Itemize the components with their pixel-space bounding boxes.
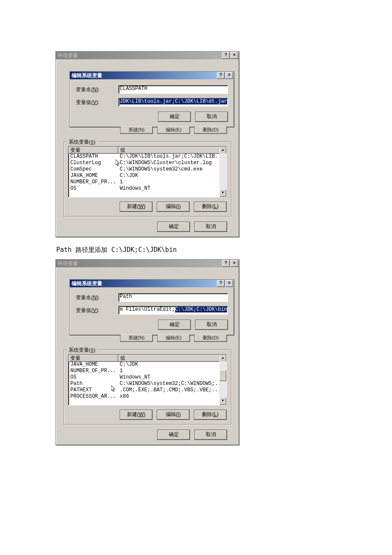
edit-sysvar-dialog: 编辑系统变量 ? × 变量名(N): Path <box>69 279 234 335</box>
close-button[interactable]: × <box>225 72 233 79</box>
inner-titlebar[interactable]: 编辑系统变量 ? × <box>70 280 234 287</box>
outer-titlebar[interactable]: 环境变量 ? × <box>56 260 239 267</box>
table-row[interactable]: JAVA_HOMEC:\JDK <box>69 361 219 368</box>
edit-uservar-button[interactable]: 编辑(E) <box>157 335 190 342</box>
user-var-buttons: 新建(N) 编辑(E) 删除(D) <box>61 335 227 342</box>
help-button[interactable]: ? <box>217 72 225 79</box>
ok-button[interactable]: 确定 <box>158 320 191 330</box>
edit-sysvar-button[interactable]: 编辑(I) <box>157 410 190 420</box>
inner-titlebar[interactable]: 编辑系统变量 ? × <box>70 72 234 79</box>
outer-title: 环境变量 <box>58 260 221 267</box>
close-button[interactable]: × <box>231 52 238 59</box>
table-row[interactable]: ClusterLogC:\WINDOWS\Cluster\cluster.log <box>69 160 219 166</box>
col-header-var[interactable]: 变量 <box>69 355 118 361</box>
new-uservar-button[interactable]: 新建(N) <box>120 127 153 134</box>
scroll-down-button[interactable]: ▼ <box>219 189 226 197</box>
system-variables-list[interactable]: 变量 值 CLASSPATHC:\JDK\LIB\tools.jar;C:\JD… <box>68 146 227 197</box>
cancel-button[interactable]: 取消 <box>195 320 228 330</box>
table-row[interactable]: NUMBER_OF_PR...1 <box>69 179 219 185</box>
caption-text: Path 路径里添加 C:\JDK;C:\JDK\bin <box>56 246 392 254</box>
new-sysvar-button[interactable]: 新建(W) <box>120 410 153 420</box>
table-row[interactable]: OSWindows_NT <box>69 374 219 381</box>
main-ok-button[interactable]: 确定 <box>157 430 190 440</box>
del-uservar-button[interactable]: 删除(D) <box>194 127 227 134</box>
main-ok-button[interactable]: 确定 <box>157 222 190 232</box>
table-row[interactable]: PROCESSOR_AR...x86 <box>69 393 219 400</box>
col-header-val[interactable]: 值 <box>118 147 226 153</box>
close-button[interactable]: × <box>231 260 238 267</box>
new-uservar-button[interactable]: 新建(N) <box>120 335 153 342</box>
var-value-label: 变量值(V): <box>76 99 118 106</box>
main-cancel-button[interactable]: 取消 <box>194 430 227 440</box>
col-header-var[interactable]: 变量 <box>69 147 118 153</box>
user-var-buttons: 新建(N) 编辑(E) 删除(D) <box>61 127 227 134</box>
vertical-scrollbar[interactable]: ▲ ▼ <box>219 355 226 405</box>
vertical-scrollbar[interactable]: ▲ ▼ <box>219 147 226 197</box>
env-var-dialog-2: 环境变量 ? × 编辑系统变量 ? × 变量名(N): <box>55 259 239 445</box>
help-button[interactable]: ? <box>217 280 225 287</box>
var-name-label: 变量名(N): <box>76 294 118 301</box>
edit-sysvar-dialog: 编辑系统变量 ? × 变量名(N): CLASSPATH <box>69 71 234 127</box>
table-row[interactable]: ComSpecC:\WINDOWS\system32\cmd.exe <box>69 166 219 173</box>
table-row[interactable]: NUMBER_OF_PR...1 <box>69 368 219 374</box>
var-name-label: 变量名(N): <box>76 86 118 93</box>
scroll-down-button[interactable]: ▼ <box>219 397 226 405</box>
system-variables-group: 系统变量(S) 变量 值 CLASSPATHC:\JDK\LIB\tools.j… <box>63 142 231 217</box>
col-header-val[interactable]: 值 <box>118 355 226 361</box>
outer-title: 环境变量 <box>58 52 221 59</box>
del-sysvar-button[interactable]: 删除(L) <box>194 202 227 212</box>
edit-sysvar-button[interactable]: 编辑(I) <box>157 202 190 212</box>
table-row[interactable]: PathC:\WINDOWS\system32;C:\WINDOWS;... <box>69 381 219 387</box>
scroll-thumb[interactable] <box>219 370 226 381</box>
help-button[interactable]: ? <box>222 260 230 267</box>
edit-uservar-button[interactable]: 编辑(E) <box>157 127 190 134</box>
var-value-label: 变量值(V): <box>76 307 118 314</box>
inner-title: 编辑系统变量 <box>72 72 102 79</box>
var-value-input[interactable]: JDK\LIB\tools.jar;C:\JDK\LIB\dt.jar <box>118 98 228 107</box>
table-row[interactable]: PATHEXT.COM;.EXE;.BAT;.CMD;.VBS;.VBE;... <box>69 387 219 393</box>
del-uservar-button[interactable]: 删除(D) <box>194 335 227 342</box>
var-name-input[interactable]: CLASSPATH <box>118 85 228 94</box>
new-sysvar-button[interactable]: 新建(W) <box>120 202 153 212</box>
env-var-dialog-1: 环境变量 ? × 编辑系统变量 ? × 变量名(N): <box>55 51 239 237</box>
group-title: 系统变量(S) <box>67 139 97 146</box>
ok-button[interactable]: 确定 <box>158 112 191 122</box>
cancel-button[interactable]: 取消 <box>195 112 228 122</box>
outer-titlebar[interactable]: 环境变量 ? × <box>56 52 239 59</box>
table-row[interactable]: OSWindows_NT <box>69 185 219 192</box>
system-variables-group: 系统变量(S) 变量 值 JAVA_HOMEC:\JDKNUMBER_OF_PR… <box>63 350 231 425</box>
table-row[interactable]: CLASSPATHC:\JDK\LIB\tools.jar;C:\JDK\LIB… <box>69 153 219 160</box>
var-name-input[interactable]: Path <box>118 293 228 302</box>
close-button[interactable]: × <box>225 280 233 287</box>
group-title: 系统变量(S) <box>67 347 97 354</box>
var-value-input[interactable]: m Files\UltraEdit;C:\JDK;C:\JDK\bin <box>118 306 228 315</box>
system-variables-list[interactable]: 变量 值 JAVA_HOMEC:\JDKNUMBER_OF_PR...1OSWi… <box>68 354 227 405</box>
table-row[interactable]: JAVA_HOMEC:\JDK <box>69 173 219 179</box>
main-cancel-button[interactable]: 取消 <box>194 222 227 232</box>
inner-title: 编辑系统变量 <box>72 280 102 287</box>
help-button[interactable]: ? <box>222 52 230 59</box>
del-sysvar-button[interactable]: 删除(L) <box>194 410 227 420</box>
